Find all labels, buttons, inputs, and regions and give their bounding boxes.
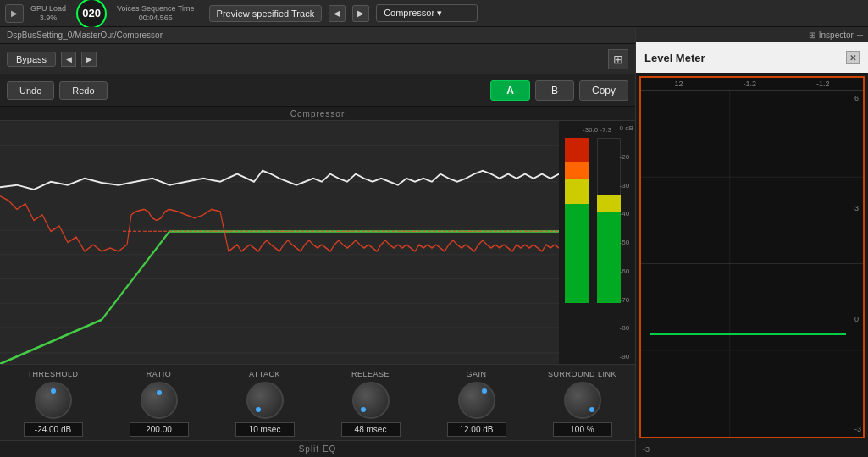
split-eq-label: Split EQ bbox=[0, 440, 635, 457]
ratio-label: RATIO bbox=[147, 370, 171, 378]
top-bar: ▶ GPU Load 3.9% 020 Voices Sequence Time… bbox=[0, 0, 868, 27]
surround-link-label: SURROUND LINK bbox=[548, 370, 616, 378]
lm-scale-neg1-1: -1.2 bbox=[743, 80, 756, 88]
undo-button[interactable]: Undo bbox=[7, 81, 54, 100]
sequence-time-display: Voices Sequence Time 00:04.565 bbox=[117, 4, 195, 23]
gpu-load-value: 3.9% bbox=[40, 14, 58, 23]
surround-link-knob[interactable] bbox=[564, 382, 601, 419]
waveform-display bbox=[0, 121, 559, 364]
threshold-value: -24.00 dB bbox=[24, 422, 83, 437]
ab-bar: Undo Redo A B Copy bbox=[0, 74, 635, 107]
release-knob[interactable] bbox=[352, 382, 390, 419]
ratio-control: RATIO 200.00 bbox=[106, 370, 212, 437]
gpu-load-label: GPU Load bbox=[30, 4, 66, 14]
threshold-knob[interactable] bbox=[35, 382, 72, 419]
attack-knob-dot bbox=[256, 407, 261, 412]
controls-row: THRESHOLD -24.00 dB RATIO 200.00 A bbox=[0, 364, 635, 440]
toolbar-arrow-right[interactable]: ▶ bbox=[81, 52, 97, 67]
threshold-label: THRESHOLD bbox=[27, 370, 78, 378]
attack-knob[interactable] bbox=[246, 382, 284, 419]
inspector-top-bar: ⊞ Inspector ─ bbox=[636, 27, 868, 42]
nav-next-button[interactable]: ▶ bbox=[352, 5, 369, 22]
level-meter-display: 12 -1.2 -1.2 6 3 0 -3 bbox=[639, 76, 865, 438]
gpu-load-display: GPU Load 3.9% bbox=[30, 4, 66, 23]
ratio-value: 200.00 bbox=[130, 422, 189, 437]
level-meter-title: Level Meter bbox=[644, 52, 705, 64]
surround-link-control: SURROUND LINK 100 % bbox=[529, 370, 635, 437]
grid-view-button[interactable]: ⊞ bbox=[608, 49, 628, 69]
lm-hold-indicator bbox=[650, 333, 846, 335]
release-label: RELEASE bbox=[351, 370, 390, 378]
gain-label: GAIN bbox=[466, 370, 486, 378]
release-control: RELEASE 48 msec bbox=[318, 370, 423, 437]
play-button[interactable]: ▶ bbox=[5, 4, 24, 23]
toolbar-arrow-left[interactable]: ◀ bbox=[61, 52, 76, 67]
seq-label: Voices Sequence Time bbox=[117, 4, 195, 14]
bypass-button[interactable]: Bypass bbox=[7, 52, 56, 67]
ratio-knob[interactable] bbox=[141, 382, 178, 419]
gain-knob-dot bbox=[482, 388, 487, 394]
vu-top-labels: -36.0 -7.3 bbox=[583, 124, 611, 135]
preset-b-button[interactable]: B bbox=[535, 80, 574, 101]
main-content: DspBusSetting_0/MasterOut/Compressor Byp… bbox=[0, 27, 868, 457]
track-selector[interactable]: Compressor ▾ bbox=[376, 4, 478, 22]
release-value: 48 msec bbox=[341, 422, 401, 437]
surround-link-value: 100 % bbox=[553, 422, 612, 437]
attack-value: 10 msec bbox=[235, 422, 295, 437]
plugin-toolbar: Bypass ◀ ▶ ⊞ bbox=[0, 44, 635, 74]
lm-scale-12: 12 bbox=[674, 80, 683, 88]
level-meter-content: 6 3 0 -3 bbox=[641, 91, 863, 437]
inspector-title-small: Inspector bbox=[819, 30, 854, 40]
vu-db-labels: 0 dB -20 -30 -40 -50 -60 -70 -80 -90 bbox=[620, 121, 633, 364]
voices-counter: 020 bbox=[76, 0, 107, 29]
compressor-section: Compressor 0 dB -20 dB -30 dB -40 dB -50… bbox=[0, 107, 635, 440]
gain-control: GAIN 12.00 dB bbox=[423, 370, 529, 437]
attack-control: ATTACK 10 msec bbox=[212, 370, 318, 437]
surround-link-knob-dot bbox=[589, 407, 594, 412]
vu-meter-area: -36.0 -7.3 bbox=[559, 121, 635, 364]
nav-prev-button[interactable]: ◀ bbox=[329, 5, 346, 22]
vu-left-channel bbox=[565, 138, 589, 303]
ratio-knob-dot bbox=[157, 390, 162, 395]
inspector-panel: ⊞ Inspector ─ Level Meter ✕ 12 -1.2 -1.2… bbox=[635, 27, 868, 457]
preset-a-button[interactable]: A bbox=[490, 80, 530, 101]
inspector-minimize[interactable]: ─ bbox=[857, 30, 863, 40]
gain-value: 12.00 dB bbox=[447, 422, 506, 437]
lm-grid bbox=[641, 91, 863, 437]
redo-button[interactable]: Redo bbox=[59, 81, 107, 100]
seq-time-value: 00:04.565 bbox=[139, 14, 173, 23]
gain-knob[interactable] bbox=[458, 382, 495, 419]
lm-bottom-label: -3 bbox=[636, 442, 868, 457]
vu-right-channel bbox=[597, 138, 621, 303]
lm-scale-neg1-2: -1.2 bbox=[816, 80, 830, 88]
attack-label: ATTACK bbox=[249, 370, 280, 378]
threshold-control: THRESHOLD -24.00 dB bbox=[0, 370, 106, 437]
release-knob-dot bbox=[361, 407, 366, 412]
preview-track-button[interactable]: Preview specified Track bbox=[209, 5, 323, 22]
compressor-graph: 0 dB -20 dB -30 dB -40 dB -50 dB -60 dB … bbox=[0, 121, 559, 364]
plugin-panel: DspBusSetting_0/MasterOut/Compressor Byp… bbox=[0, 27, 635, 457]
threshold-knob-dot bbox=[51, 388, 56, 394]
level-meter-header: Level Meter ✕ bbox=[636, 42, 868, 73]
compressor-label: Compressor bbox=[0, 107, 635, 121]
level-meter-top-scale: 12 -1.2 -1.2 bbox=[641, 78, 863, 91]
inspector-close-button[interactable]: ✕ bbox=[846, 51, 860, 64]
compressor-inner: 0 dB -20 dB -30 dB -40 dB -50 dB -60 dB … bbox=[0, 121, 635, 364]
breadcrumb: DspBusSetting_0/MasterOut/Compressor bbox=[0, 27, 635, 44]
copy-button[interactable]: Copy bbox=[579, 80, 628, 101]
